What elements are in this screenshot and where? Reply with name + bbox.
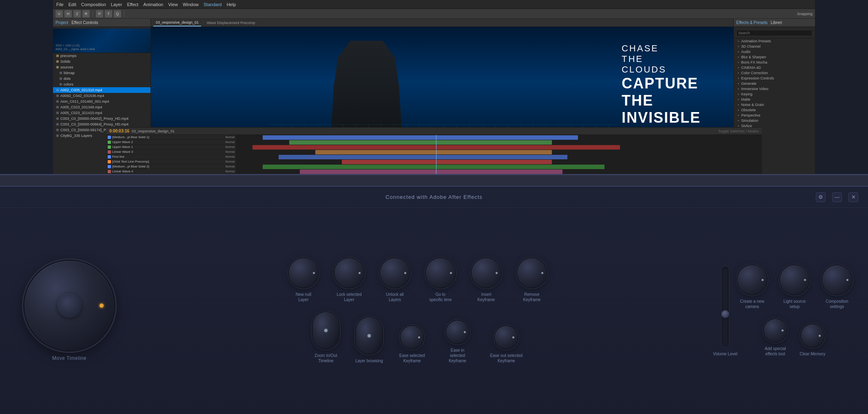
layer-name: Upper Wave 1	[112, 145, 133, 149]
menu-animation[interactable]: Animation	[143, 2, 163, 7]
volume-slider-thumb[interactable]	[722, 310, 729, 318]
joystick-zoom[interactable]	[313, 312, 339, 349]
knob-light-source[interactable]	[780, 265, 809, 295]
workspace-standard[interactable]: Standard	[204, 2, 222, 7]
scene-line1: CHASE	[622, 43, 701, 54]
knob-new-camera[interactable]	[737, 265, 767, 295]
effect-item-immersive[interactable]: Immersive Video	[734, 86, 815, 91]
track-bar	[289, 140, 552, 145]
knob-indicator	[782, 330, 784, 332]
tool-zoom[interactable]: Z	[73, 10, 81, 18]
effect-item-cinema4d[interactable]: CINEMA 4D	[734, 65, 815, 70]
file-icon	[60, 72, 62, 74]
effect-item-animation-presets[interactable]: Animation Presets	[734, 38, 815, 44]
big-dial[interactable]	[24, 261, 114, 350]
effect-item-simulation[interactable]: Simulation	[734, 118, 815, 123]
knob-composition-settings[interactable]	[822, 265, 852, 295]
knob-remove-keyframe[interactable]	[517, 258, 547, 288]
effect-item-matte[interactable]: Matte	[734, 97, 815, 102]
menu-effect[interactable]: Effect	[127, 2, 138, 7]
effect-item-color[interactable]: Color Correction	[734, 70, 815, 75]
tab-effect-controls[interactable]: Effect Controls	[71, 20, 98, 25]
knob-label-remove-keyframe: RemoveKeyframe	[523, 292, 541, 302]
menu-file[interactable]: File	[56, 2, 64, 7]
tree-item-selected[interactable]: A002_C005_021310.mp4	[53, 87, 151, 93]
tab-effects-presets[interactable]: Effects & Presets	[736, 20, 768, 25]
layer-name: Upper Wave 2	[112, 140, 133, 144]
scene-line6: INVISIBLE	[622, 109, 701, 126]
knob-item-ease-selected: Ease selectedKeyframe	[399, 326, 425, 363]
menu-composition[interactable]: Composition	[81, 2, 106, 7]
item-label: Aion_C011_031460_001.mp4	[60, 99, 109, 104]
tree-item: colors	[53, 81, 151, 87]
scene-text-overlay: CHASE THE CLOUDS CAPTURE THE INVISIBLE	[622, 43, 701, 126]
tool-rotate[interactable]: R	[82, 10, 90, 18]
knob-goto-time[interactable]	[426, 258, 455, 288]
effect-item-audio[interactable]: Audio	[734, 49, 815, 54]
volume-slider-track[interactable]	[721, 266, 729, 348]
item-label: dots	[64, 77, 71, 81]
file-icon	[60, 83, 62, 86]
knob-ease-in[interactable]	[446, 321, 469, 344]
knob-indicator	[804, 279, 806, 281]
effect-item-expression[interactable]: Expression Controls	[734, 75, 815, 81]
effect-item-noise[interactable]: Noise & Grain	[734, 102, 815, 107]
minimize-button[interactable]: —	[832, 192, 842, 202]
tool-select[interactable]: V	[55, 10, 63, 18]
effects-search	[734, 27, 815, 38]
tab-composition[interactable]: 03_responsive_design_01	[153, 19, 201, 26]
item-label: C003_C0_[00000-00402]_Proxy_HD.mp4	[60, 117, 128, 121]
knob-unlock-all[interactable]	[380, 258, 410, 288]
item-label: sources	[60, 65, 73, 69]
layer-row: [Orbit Text Line Precomp] Normal	[106, 159, 236, 164]
project-panel-header: Project Effect Controls	[53, 19, 151, 27]
close-button[interactable]: ✕	[848, 192, 858, 202]
tool-hand[interactable]: H	[64, 10, 72, 18]
knob-ease-out[interactable]	[495, 326, 518, 349]
track-bar	[263, 135, 578, 140]
effect-item-generate[interactable]: Generate	[734, 81, 815, 86]
effect-item-perspective[interactable]: Perspective	[734, 112, 815, 118]
ae-menubar: File Edit Composition Layer Effect Anima…	[53, 0, 815, 9]
knob-clear-memory[interactable]	[801, 324, 824, 347]
knob-add-special[interactable]	[764, 319, 787, 342]
knob-ease-selected[interactable]	[401, 326, 423, 349]
knob-new-null[interactable]	[289, 258, 318, 288]
tab-project[interactable]: Project	[55, 20, 68, 25]
effect-item-blur[interactable]: Blur & Sharpen	[734, 54, 815, 59]
knob-label-ease-out: Ease out selectedKeyframe	[490, 353, 523, 363]
menu-help[interactable]: Help	[227, 2, 236, 7]
knob-item-add-special: Add specialeffects tool	[764, 319, 787, 357]
preview-tabs: 03_responsive_design_01 Wave Displacemen…	[151, 19, 733, 27]
settings-button[interactable]: ⚙	[816, 192, 826, 202]
tab-footage[interactable]: Wave Displacement Precomp	[204, 19, 257, 26]
knob-item-insert-keyframe: InsertKeyframe	[472, 258, 501, 302]
joystick-browse[interactable]	[356, 317, 382, 354]
big-dial-inner	[57, 293, 82, 318]
effects-search-input[interactable]	[736, 30, 813, 36]
tree-item: Solids	[53, 59, 151, 64]
tab-libraries[interactable]: Libreri	[771, 20, 782, 25]
menu-window[interactable]: Window	[183, 2, 199, 7]
menu-view[interactable]: View	[168, 2, 178, 7]
menu-layer[interactable]: Layer	[111, 2, 122, 7]
joystick-item-browse: Layer browsing	[355, 317, 383, 363]
item-label: precomps	[60, 54, 77, 58]
effect-item-3d-channel[interactable]: 3D Channel	[734, 44, 815, 49]
knob-lock-selected[interactable]	[334, 258, 364, 288]
file-icon	[56, 117, 59, 120]
knob-item-clear-memory: Clear Memory	[800, 324, 826, 357]
knob-insert-keyframe[interactable]	[472, 258, 501, 288]
big-dial-indicator	[100, 304, 104, 308]
tool-pen[interactable]: P	[96, 10, 103, 18]
layer-color	[108, 155, 111, 159]
effect-item-obsolete[interactable]: Obsolete	[734, 107, 815, 112]
effect-item-boris[interactable]: Boris FX Mocha	[734, 59, 815, 65]
tool-shape[interactable]: Q	[114, 10, 121, 18]
joystick-item-zoom: Zoom In/OutTimeline	[313, 312, 339, 363]
file-icon	[56, 134, 59, 137]
effect-item-keying[interactable]: Keying	[734, 91, 815, 97]
menu-edit[interactable]: Edit	[69, 2, 76, 7]
tree-item: A0092_C042_031536.mp4	[53, 93, 151, 99]
tool-text[interactable]: T	[105, 10, 112, 18]
